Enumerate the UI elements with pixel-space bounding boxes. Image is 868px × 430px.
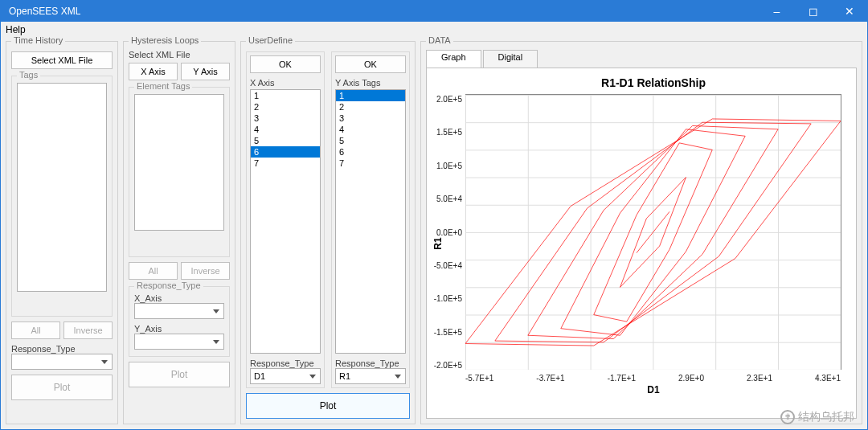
group-tags-th: Tags	[11, 76, 113, 317]
data-tabs: Graph Digital	[426, 50, 857, 68]
all-button-th[interactable]: All	[11, 321, 60, 339]
maximize-button[interactable]: ◻	[795, 1, 831, 22]
window-title: OpenSEES XML	[9, 6, 80, 17]
chart-yticks: 2.0E+51.5E+51.0E+55.0E+40.0E+0-5.0E+4-1.…	[424, 95, 462, 370]
plot-button-th[interactable]: Plot	[11, 375, 113, 400]
plot-button-ud[interactable]: Plot	[246, 393, 410, 419]
group-title-tags-th: Tags	[17, 70, 40, 80]
userdefine-x-column: OK X Axis 1234567 Response_Type D1	[246, 51, 325, 388]
list-item[interactable]: 6	[251, 146, 320, 158]
panel-title-time-history: Time History	[11, 35, 65, 45]
list-item[interactable]: 1	[251, 90, 320, 101]
panel-data: DATA Graph Digital R1-D1 RelationShip R1…	[420, 41, 862, 424]
x-response-select-ud[interactable]: D1	[250, 368, 321, 384]
select-xml-button-th[interactable]: Select XML File	[11, 51, 113, 69]
list-item[interactable]: 6	[336, 146, 405, 158]
app-window: OpenSEES XML – ◻ ✕ Help Time History Sel…	[0, 0, 868, 430]
ok-button-y[interactable]: OK	[335, 55, 406, 73]
chart-svg	[465, 95, 841, 370]
y-response-select-ud[interactable]: R1	[335, 368, 406, 384]
list-item[interactable]: 7	[251, 158, 320, 169]
chart-plotarea: 2.0E+51.5E+51.0E+55.0E+40.0E+0-5.0E+4-1.…	[465, 94, 841, 370]
xaxis-button-hy[interactable]: X Axis	[129, 63, 178, 80]
panel-title-hysteresis: Hysteresis Loops	[129, 35, 201, 45]
list-item[interactable]: 2	[336, 101, 405, 113]
yaxis-button-hy[interactable]: Y Axis	[181, 63, 230, 80]
listbox-element-tags-hy[interactable]	[134, 94, 224, 231]
list-item[interactable]: 4	[251, 124, 320, 135]
listbox-yaxis-ud[interactable]: 1234567	[335, 89, 406, 354]
response-type-select-th[interactable]	[11, 354, 113, 370]
xaxis-select-hy[interactable]	[134, 303, 224, 319]
chart-title: R1-D1 RelationShip	[465, 76, 841, 89]
list-item[interactable]: 1	[336, 90, 405, 101]
inverse-button-th[interactable]: Inverse	[63, 321, 113, 339]
response-type-label-y-ud: Response_Type	[335, 358, 406, 368]
close-button[interactable]: ✕	[831, 1, 867, 22]
tab-graph[interactable]: Graph	[426, 50, 481, 68]
xaxis-label-hy: X_Axis	[134, 293, 224, 303]
chart-xlabel: D1	[465, 384, 841, 395]
yaxis-select-hy[interactable]	[134, 334, 224, 350]
list-item[interactable]: 4	[336, 124, 405, 135]
select-xml-label-hy: Select XML File	[129, 50, 230, 59]
watermark: ✟ 结构乌托邦	[780, 410, 854, 424]
chart-xticks: -5.7E+1-3.7E+1-1.7E+12.9E+02.3E+14.3E+1	[465, 374, 841, 383]
content-area: Time History Select XML File Tags All In…	[1, 38, 867, 429]
list-item[interactable]: 3	[336, 113, 405, 124]
watermark-icon: ✟	[780, 410, 795, 424]
plot-button-hy[interactable]: Plot	[129, 362, 230, 387]
xaxis-label-ud: X Axis	[250, 78, 321, 88]
group-title-response-type-hy: Response_Type	[134, 281, 203, 290]
listbox-xaxis-ud[interactable]: 1234567	[250, 89, 321, 354]
panel-userdefine: UserDefine OK X Axis 1234567 Response_Ty…	[240, 41, 416, 424]
titlebar: OpenSEES XML – ◻ ✕	[1, 1, 867, 22]
panel-title-data: DATA	[426, 35, 453, 45]
minimize-button[interactable]: –	[759, 1, 795, 22]
ok-button-x[interactable]: OK	[250, 55, 321, 73]
list-item[interactable]: 7	[336, 158, 405, 169]
chart-container: R1-D1 RelationShip R1 2.0E+51.5E+51.0E+5…	[426, 68, 857, 419]
listbox-tags-th[interactable]	[17, 83, 107, 292]
menu-help[interactable]: Help	[6, 24, 26, 35]
watermark-text: 结构乌托邦	[798, 410, 854, 423]
list-item[interactable]: 5	[251, 135, 320, 146]
yaxis-label-hy: Y_Axis	[134, 324, 224, 334]
yaxis-tags-label-ud: Y Axis Tags	[335, 78, 406, 88]
window-controls: – ◻ ✕	[759, 1, 867, 22]
userdefine-y-column: OK Y Axis Tags 1234567 Response_Type R1	[331, 51, 410, 388]
list-item[interactable]: 5	[336, 135, 405, 146]
tab-digital[interactable]: Digital	[483, 50, 538, 68]
list-item[interactable]: 2	[251, 101, 320, 113]
panel-time-history: Time History Select XML File Tags All In…	[6, 41, 118, 424]
panel-title-userdefine: UserDefine	[246, 35, 295, 45]
group-response-type-hy: Response_Type X_Axis Y_Axis	[129, 286, 230, 357]
response-type-label-x-ud: Response_Type	[250, 358, 321, 368]
list-item[interactable]: 3	[251, 113, 320, 124]
all-button-hy[interactable]: All	[129, 262, 178, 280]
response-type-label-th: Response_Type	[11, 344, 113, 354]
panel-hysteresis: Hysteresis Loops Select XML File X Axis …	[123, 41, 235, 424]
group-title-element-tags-hy: Element Tags	[134, 81, 192, 91]
inverse-button-hy[interactable]: Inverse	[181, 262, 230, 280]
group-element-tags-hy: Element Tags	[129, 87, 230, 257]
